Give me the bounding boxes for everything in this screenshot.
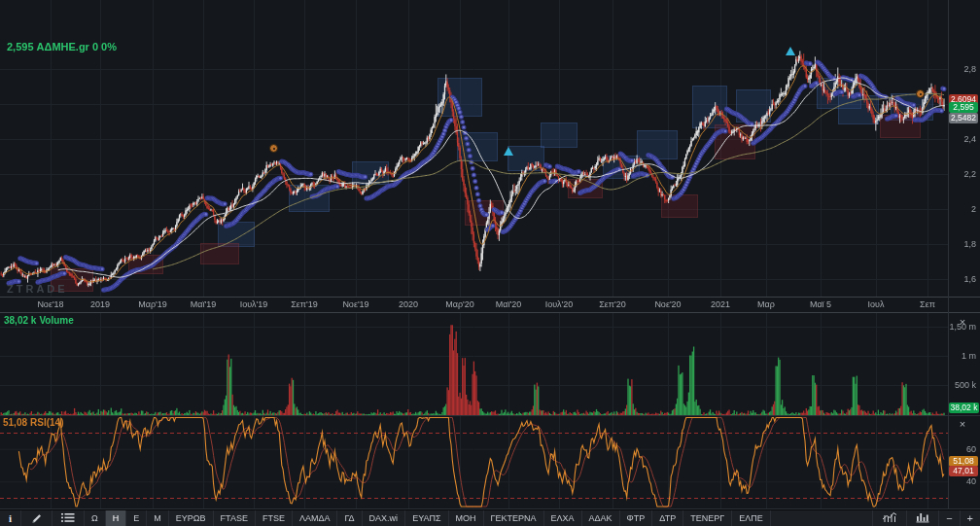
info-icon: i	[9, 512, 12, 524]
watchlist-button[interactable]	[52, 510, 85, 526]
ticker-button-ΛΑΜΔΑ[interactable]: ΛΑΜΔΑ	[293, 510, 338, 526]
candlestick-chart-icon	[882, 511, 897, 525]
ticker-button-ΤΕΝΕΡΓ[interactable]: ΤΕΝΕΡΓ	[683, 510, 732, 526]
zoom-out-button[interactable]: −	[938, 510, 959, 526]
event-marker-circle[interactable]	[916, 89, 925, 98]
volume-style-button[interactable]	[906, 510, 938, 526]
ticker-button-FTASE[interactable]: FTASE	[214, 510, 256, 526]
rsi-close-button[interactable]: ×	[957, 418, 968, 430]
ticker-button-ΜΟΗ[interactable]: ΜΟΗ	[449, 510, 484, 526]
timeframe-button-Μ[interactable]: Μ	[147, 510, 169, 526]
ticker-button-FTSE[interactable]: FTSE	[256, 510, 293, 526]
volume-close-button[interactable]: ×	[957, 316, 968, 328]
trading-app-window: 2,595ΑΔΜΗΕ.gr00% ZTRADE 38,02 kVolume 51…	[0, 0, 980, 526]
ticker-button-ΓΔ[interactable]: ΓΔ	[337, 510, 362, 526]
draw-button[interactable]	[21, 510, 52, 526]
chart-canvas[interactable]	[0, 0, 980, 509]
ticker-button-ΦΤΡ[interactable]: ΦΤΡ	[620, 510, 653, 526]
watchlist-icon	[61, 512, 75, 525]
chart-style-button[interactable]	[872, 510, 906, 526]
toolbar-right-group: − +	[872, 510, 980, 526]
ticker-button-ΕΥΑΠΣ[interactable]: ΕΥΑΠΣ	[405, 510, 448, 526]
ticker-button-ΕΛΧΑ[interactable]: ΕΛΧΑ	[544, 510, 582, 526]
bottom-toolbar: i ΩΗΕΜ ΕΥΡΩΒFTASEFTSEΛΑΜΔΑΓΔDAX.wiΕΥΑΠΣΜ…	[0, 509, 980, 526]
event-marker-triangle[interactable]	[504, 147, 513, 156]
info-button[interactable]: i	[0, 510, 21, 526]
timeframe-button-Ε[interactable]: Ε	[126, 510, 147, 526]
ticker-button-ΕΥΡΩΒ[interactable]: ΕΥΡΩΒ	[169, 510, 214, 526]
timeframe-button-Ω[interactable]: Ω	[85, 510, 106, 526]
event-marker-circle[interactable]	[269, 144, 278, 153]
event-marker-triangle[interactable]	[786, 47, 795, 55]
price-axis[interactable]	[948, 0, 980, 509]
ticker-button-ΑΔΑΚ[interactable]: ΑΔΑΚ	[582, 510, 620, 526]
ticker-button-ΓΕΚΤΕΡΝΑ[interactable]: ΓΕΚΤΕΡΝΑ	[484, 510, 544, 526]
ticker-button-DAX.wi[interactable]: DAX.wi	[363, 510, 406, 526]
ticker-button-ΕΛΠΕ[interactable]: ΕΛΠΕ	[732, 510, 771, 526]
time-axis[interactable]	[0, 297, 948, 313]
pencil-icon	[30, 511, 43, 526]
timeframe-button-Η[interactable]: Η	[106, 510, 127, 526]
ticker-button-ΔΤΡ[interactable]: ΔΤΡ	[652, 510, 683, 526]
histogram-icon	[916, 511, 929, 525]
zoom-in-button[interactable]: +	[960, 510, 980, 526]
